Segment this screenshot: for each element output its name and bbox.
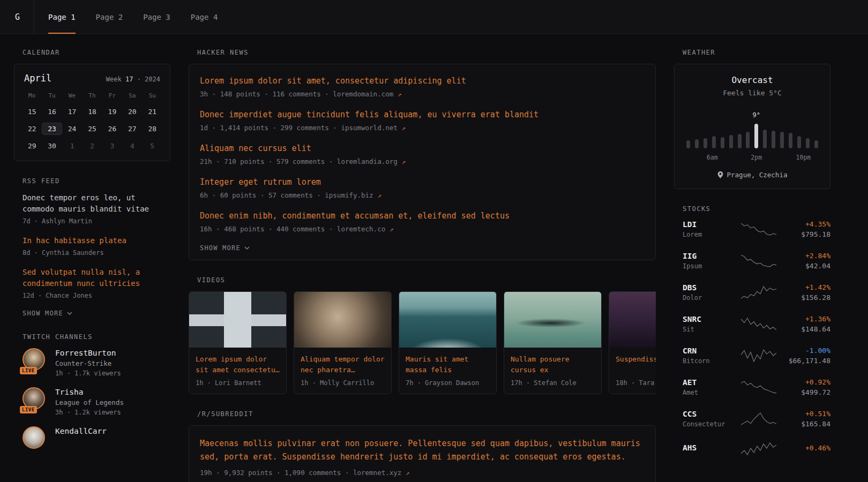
hackernews-show-more-button[interactable]: SHOW MORE	[200, 244, 250, 252]
video-card[interactable]: Lorem ipsum dolor sit amet consectetu… 1…	[189, 291, 287, 394]
weather-location: Prague, Czechia	[683, 171, 821, 179]
stocks-list: LDILorem +4.35%$795.18 IIGIpsum +2.84%$4…	[674, 220, 830, 456]
rss-show-more-button[interactable]: SHOW MORE	[23, 310, 72, 317]
video-thumbnail[interactable]	[504, 292, 601, 348]
video-meta: 1h · Molly Carrillo	[301, 379, 385, 387]
external-link-icon[interactable]: ↗	[390, 225, 394, 233]
video-meta: 7h · Grayson Dawson	[406, 379, 490, 387]
calendar-day: 29	[22, 140, 42, 152]
stock-price: $795.18	[783, 230, 830, 238]
weather-bar	[721, 137, 724, 148]
channel-game: League of Legends	[55, 398, 124, 406]
calendar-month: April	[24, 73, 51, 84]
app-logo[interactable]: G	[15, 0, 34, 34]
calendar-dow: Fr	[102, 91, 122, 101]
weather-bar	[754, 124, 758, 148]
channel-name[interactable]: ForrestBurton	[55, 349, 121, 357]
weather-bar	[763, 130, 767, 148]
tab-page-3[interactable]: Page 3	[143, 0, 170, 34]
external-link-icon[interactable]: ↗	[401, 124, 406, 132]
weather-card: Overcast Feels like 5°C 9° 6am 2pm 10pm …	[674, 64, 830, 189]
calendar-day-outside: 1	[62, 140, 82, 152]
video-thumbnail[interactable]	[609, 292, 656, 348]
video-title[interactable]: Suspendisse diam	[616, 354, 656, 375]
news-item-title[interactable]: Donec enim nibh, condimentum et accumsan…	[200, 210, 645, 222]
stock-row[interactable]: LDILorem +4.35%$795.18	[683, 220, 830, 238]
news-item-title[interactable]: Lorem ipsum dolor sit amet, consectetur …	[200, 76, 645, 87]
video-title[interactable]: Aliquam tempor dolor nec pharetra…	[301, 354, 385, 375]
video-card[interactable]: Suspendisse diam 18h · Tara	[609, 291, 656, 394]
stock-row[interactable]: DBSDolor +1.42%$156.28	[683, 283, 830, 302]
news-item-title[interactable]: Donec imperdiet augue tincidunt felis al…	[200, 109, 645, 120]
video-thumbnail[interactable]	[294, 292, 391, 348]
tab-page-4[interactable]: Page 4	[191, 0, 218, 34]
weather-section-label: WEATHER	[674, 49, 830, 56]
calendar-day: 16	[42, 106, 62, 118]
stock-price: $165.84	[783, 420, 830, 428]
video-title[interactable]: Nullam posuere cursus ex	[511, 354, 595, 375]
stock-sparkline	[734, 222, 783, 237]
center-column: HACKER NEWS Lorem ipsum dolor sit amet, …	[189, 49, 656, 482]
calendar-day-outside: 3	[102, 140, 122, 152]
video-card[interactable]: Nullam posuere cursus ex 17h · Stefan Co…	[504, 291, 602, 394]
stock-sparkline	[734, 411, 783, 426]
stock-row[interactable]: SNRCSit +1.36%$148.64	[683, 315, 830, 333]
video-card[interactable]: Mauris sit amet massa felis 7h · Grayson…	[399, 291, 497, 394]
external-link-icon[interactable]: ↗	[406, 469, 410, 477]
post-title[interactable]: Maecenas mollis pulvinar erat non posuer…	[200, 437, 645, 464]
calendar-widget: CALENDAR April Week 17 · 2024 Mo Tu We T…	[14, 49, 170, 161]
video-thumbnail[interactable]	[189, 292, 286, 348]
rss-item-title[interactable]: Sed volutpat nulla nisl, a condimentum n…	[23, 267, 161, 289]
calendar-day-outside: 2	[82, 140, 102, 152]
stock-change: +4.35%	[783, 220, 830, 228]
twitch-channel[interactable]: KendallCarr	[23, 426, 170, 451]
external-link-icon[interactable]: ↗	[401, 157, 406, 165]
avatar: LIVE	[23, 387, 47, 412]
calendar-day: 28	[143, 123, 162, 135]
rss-item-title[interactable]: In hac habitasse platea	[23, 235, 161, 246]
news-item: Donec enim nibh, condimentum et accumsan…	[200, 210, 645, 233]
video-meta: 17h · Stefan Cole	[511, 379, 595, 387]
dashboard-content: CALENDAR April Week 17 · 2024 Mo Tu We T…	[0, 34, 868, 482]
video-title[interactable]: Mauris sit amet massa felis	[406, 354, 490, 375]
channel-name[interactable]: Trisha	[55, 388, 124, 396]
show-more-label: SHOW MORE	[23, 310, 63, 317]
stock-row[interactable]: CCSConsectetur +0.51%$165.84	[683, 410, 830, 428]
video-thumbnail[interactable]	[399, 292, 496, 348]
weather-bar	[797, 136, 801, 148]
news-item-title[interactable]: Integer eget rutrum lorem	[200, 177, 645, 188]
stock-name: Amet	[683, 389, 734, 396]
rss-item-title[interactable]: Donec tempor eros leo, ut commodo mauris…	[23, 192, 161, 215]
video-title[interactable]: Lorem ipsum dolor sit amet consectetu…	[196, 354, 280, 375]
twitch-channel[interactable]: LIVE Trisha League of Legends 3h · 1.2k …	[23, 387, 170, 416]
tab-page-1[interactable]: Page 1	[48, 0, 76, 34]
weather-time-tick: 10pm	[796, 154, 811, 161]
video-card[interactable]: Aliquam tempor dolor nec pharetra… 1h · …	[294, 291, 392, 394]
calendar-day: 19	[102, 106, 122, 118]
external-link-icon[interactable]: ↗	[398, 90, 402, 98]
calendar-day: 25	[82, 123, 102, 135]
channel-name[interactable]: KendallCarr	[55, 427, 107, 435]
stock-row[interactable]: IIGIpsum +2.84%$42.04	[683, 252, 830, 270]
stock-sparkline	[734, 380, 783, 395]
stocks-widget: STOCKS LDILorem +4.35%$795.18 IIGIpsum +…	[674, 205, 830, 456]
page-tabs: Page 1 Page 2 Page 3 Page 4	[48, 0, 218, 34]
twitch-channel[interactable]: LIVE ForrestBurton Counter-Strike 1h · 1…	[23, 348, 170, 377]
stock-row[interactable]: CRNBitcorn -1.00%$66,171.48	[683, 347, 830, 365]
news-item-title[interactable]: Aliquam nec cursus elit	[200, 143, 645, 154]
tab-page-2[interactable]: Page 2	[96, 0, 123, 34]
top-navigation: G Page 1 Page 2 Page 3 Page 4	[0, 0, 868, 34]
weather-hourly-chart: 9°	[686, 109, 818, 148]
stock-row[interactable]: AHS +0.46%	[683, 441, 830, 456]
subreddit-section-label: /R/SUBREDDIT	[189, 410, 656, 418]
external-link-icon[interactable]: ↗	[377, 191, 381, 199]
stock-row[interactable]: AETAmet +0.92%$499.72	[683, 378, 830, 396]
weather-time-tick: 2pm	[751, 154, 762, 161]
news-item-meta: 1d · 1,414 points · 299 comments · ipsum…	[200, 124, 645, 132]
calendar-day: 21	[143, 106, 162, 118]
stock-sparkline	[734, 317, 783, 332]
stock-symbol: CRN	[683, 347, 734, 355]
weather-widget: WEATHER Overcast Feels like 5°C 9° 6am 2…	[674, 49, 830, 189]
weather-bar	[686, 140, 690, 148]
stock-change: +0.92%	[783, 378, 830, 386]
